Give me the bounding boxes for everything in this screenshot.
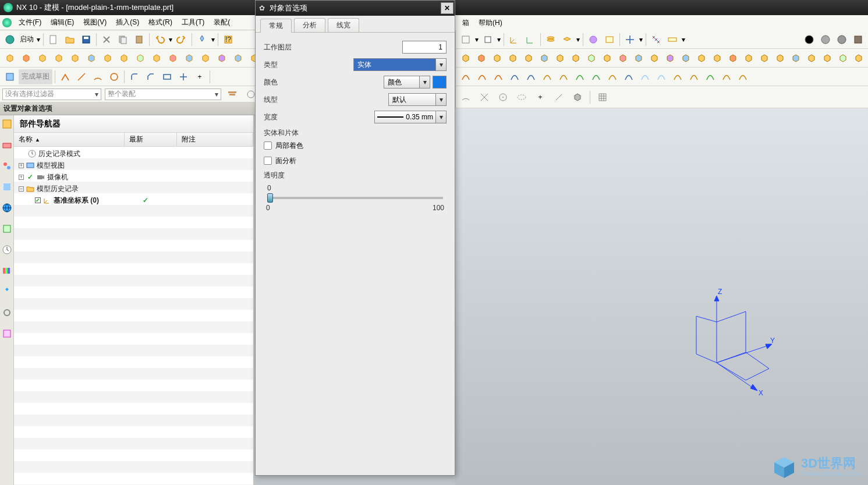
col-name[interactable]: 名称 ▲ bbox=[14, 133, 125, 146]
menu-box[interactable]: 箱 bbox=[458, 17, 474, 29]
new-button[interactable] bbox=[46, 32, 61, 47]
face-analysis-checkbox[interactable]: 面分析 bbox=[264, 153, 447, 168]
slash-icon[interactable] bbox=[551, 90, 566, 105]
col-note[interactable]: 附注 bbox=[177, 133, 253, 146]
feature-icon[interactable] bbox=[198, 51, 213, 66]
launch-label[interactable]: 启动 bbox=[19, 34, 35, 44]
save-button[interactable] bbox=[79, 32, 94, 47]
copy-button[interactable] bbox=[115, 32, 130, 47]
sphere3-icon[interactable] bbox=[834, 32, 849, 47]
feature-icon[interactable] bbox=[505, 51, 520, 66]
circle-button[interactable] bbox=[107, 69, 122, 84]
ruler-icon[interactable] bbox=[665, 32, 680, 47]
system-icon[interactable] bbox=[2, 307, 12, 318]
part-navigator-icon[interactable] bbox=[2, 119, 12, 129]
view-ops-icon[interactable] bbox=[458, 32, 473, 47]
feature-icon[interactable] bbox=[51, 51, 66, 66]
curve-icon[interactable] bbox=[654, 69, 669, 84]
center-icon[interactable] bbox=[495, 90, 511, 105]
feature-icon[interactable] bbox=[133, 51, 148, 66]
curve-icon[interactable] bbox=[523, 69, 538, 84]
curve-icon[interactable] bbox=[556, 69, 571, 84]
curve-icon[interactable] bbox=[458, 69, 473, 84]
linetype-dropdown[interactable]: 默认 ▾ bbox=[388, 93, 447, 106]
checkbox[interactable]: ✓ bbox=[35, 197, 41, 203]
feature-icon[interactable] bbox=[647, 51, 661, 66]
cross-icon[interactable]: + bbox=[533, 90, 548, 105]
graphics-viewport[interactable]: Z Y X 3D世界网 WWW.3DSJW.COM bbox=[455, 108, 868, 485]
curve-icon[interactable] bbox=[735, 69, 750, 84]
transparency-slider[interactable]: 0 0 100 bbox=[264, 184, 447, 212]
ellipse-icon[interactable] bbox=[514, 90, 529, 105]
feature-icon[interactable] bbox=[165, 51, 180, 66]
roles-icon[interactable] bbox=[2, 286, 12, 297]
feature-icon[interactable] bbox=[662, 51, 677, 66]
hd3d-icon[interactable] bbox=[2, 265, 12, 276]
material-icon[interactable] bbox=[851, 32, 866, 47]
trim-button[interactable] bbox=[176, 69, 191, 84]
feature-icon[interactable] bbox=[631, 51, 646, 66]
menu-format[interactable]: 格式(R) bbox=[144, 16, 177, 29]
layer-icon[interactable] bbox=[543, 32, 558, 47]
feature-icon[interactable] bbox=[757, 51, 771, 66]
body-icon[interactable] bbox=[570, 90, 585, 105]
tree-row-model-history[interactable]: − 模型历史记录 bbox=[14, 183, 253, 194]
curve-icon[interactable] bbox=[621, 69, 636, 84]
feature-icon[interactable] bbox=[678, 51, 693, 66]
expression-icon[interactable] bbox=[602, 32, 617, 47]
assembly-navigator-icon[interactable] bbox=[2, 140, 12, 150]
curve-icon[interactable] bbox=[686, 69, 702, 84]
feature-icon[interactable] bbox=[615, 51, 630, 66]
feature-icon[interactable] bbox=[2, 51, 17, 66]
dropdown-arrow-icon[interactable]: ▾ bbox=[168, 36, 173, 44]
reuse-library-icon[interactable] bbox=[2, 182, 12, 192]
curve-icon[interactable] bbox=[605, 69, 620, 84]
curve-icon[interactable] bbox=[540, 69, 555, 84]
slider-thumb[interactable] bbox=[267, 193, 273, 203]
feature-icon[interactable] bbox=[741, 51, 756, 66]
collapse-icon[interactable]: − bbox=[19, 186, 24, 192]
expand-icon[interactable]: + bbox=[19, 175, 24, 180]
redo-button[interactable] bbox=[174, 32, 189, 47]
feature-icon[interactable] bbox=[537, 51, 551, 66]
width-dropdown[interactable]: 0.35 mm ▾ bbox=[374, 111, 447, 123]
tab-general[interactable]: 常规 bbox=[260, 19, 292, 33]
feature-icon[interactable] bbox=[474, 51, 488, 66]
feature-icon[interactable] bbox=[521, 51, 536, 66]
intersect-icon[interactable] bbox=[477, 90, 492, 105]
menu-help[interactable]: 帮助(H) bbox=[474, 17, 507, 29]
curve-icon[interactable] bbox=[491, 69, 506, 84]
wcs-dynamic-icon[interactable] bbox=[523, 32, 538, 47]
feature-icon[interactable] bbox=[100, 51, 115, 66]
profile-button[interactable] bbox=[58, 69, 73, 84]
tree-row-model-views[interactable]: + 模型视图 bbox=[14, 160, 253, 171]
feature-icon[interactable] bbox=[182, 51, 197, 66]
feature-icon[interactable] bbox=[584, 51, 598, 66]
feature-icon[interactable] bbox=[835, 51, 850, 66]
tree-row-datum-csys[interactable]: ✓ 基准坐标系 (0) ✓ bbox=[14, 194, 253, 206]
sphere-icon[interactable] bbox=[802, 32, 817, 47]
close-icon[interactable]: ✕ bbox=[441, 2, 454, 14]
feature-icon[interactable] bbox=[35, 51, 50, 66]
measure-icon[interactable] bbox=[649, 32, 664, 47]
menu-edit[interactable]: 编辑(E) bbox=[46, 16, 79, 29]
feature-icon[interactable] bbox=[458, 51, 473, 66]
work-layer-input[interactable] bbox=[402, 41, 447, 54]
feature-icon[interactable] bbox=[68, 51, 83, 66]
tab-lineweight[interactable]: 线宽 bbox=[328, 18, 359, 32]
undo-button[interactable] bbox=[152, 32, 167, 47]
dropdown-arrow-icon[interactable]: ▾ bbox=[211, 36, 215, 44]
feature-icon[interactable] bbox=[773, 51, 787, 66]
feature-icon[interactable] bbox=[851, 51, 866, 66]
feature-icon[interactable] bbox=[19, 51, 34, 66]
menu-view[interactable]: 视图(V) bbox=[79, 16, 111, 29]
sphere2-icon[interactable] bbox=[818, 32, 833, 47]
dropdown-arrow-icon[interactable]: ▾ bbox=[36, 36, 41, 44]
color-swatch[interactable] bbox=[433, 76, 447, 88]
clock-icon[interactable] bbox=[2, 245, 12, 255]
tree-row-cameras[interactable]: + ✓ 摄像机 bbox=[14, 171, 253, 183]
feature-icon[interactable] bbox=[116, 51, 132, 66]
curve-icon[interactable] bbox=[572, 69, 587, 84]
feature-icon[interactable] bbox=[490, 51, 504, 66]
feature-icon[interactable] bbox=[788, 51, 803, 66]
